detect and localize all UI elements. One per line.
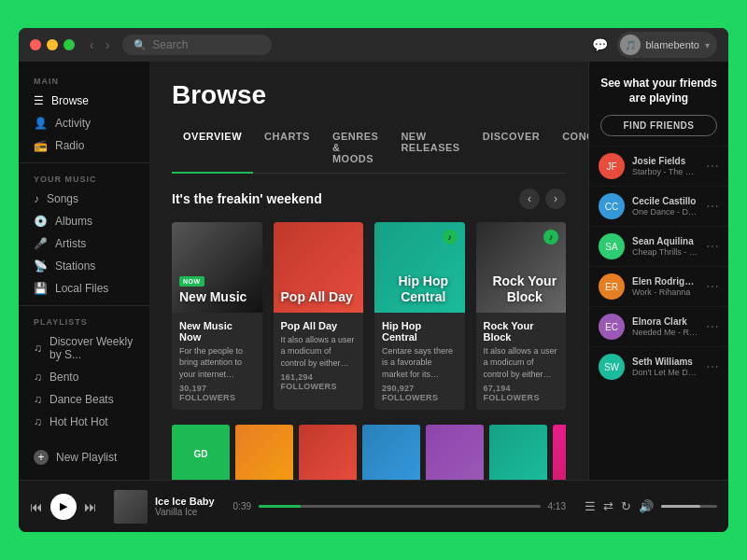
minimize-button[interactable] bbox=[47, 39, 58, 50]
friend-item-2[interactable]: SA Sean Aquilina Cheap Thrills - Sia ⋯ bbox=[589, 226, 728, 266]
forward-button[interactable]: › bbox=[102, 35, 114, 54]
stations-icon: 📡 bbox=[34, 259, 48, 273]
sidebar-item-local[interactable]: 💾 Local Files bbox=[19, 277, 149, 300]
sidebar-item-artists[interactable]: 🎤 Artists bbox=[19, 232, 149, 255]
inbox-icon[interactable]: 💬 bbox=[592, 37, 608, 52]
songs-icon: ♪ bbox=[34, 192, 39, 205]
queue-icon[interactable]: ☰ bbox=[585, 499, 596, 513]
sidebar-item-playlist-3[interactable]: ♫ Hot Hot Hot bbox=[19, 411, 149, 433]
friend-more-icon-0[interactable]: ⋯ bbox=[706, 159, 719, 174]
user-area[interactable]: 🎵 blamebento ▾ bbox=[617, 32, 718, 58]
chevron-down-icon: ▾ bbox=[705, 40, 710, 50]
next-track-button[interactable]: ⏭ bbox=[84, 499, 97, 514]
thumbnail-2[interactable] bbox=[299, 425, 357, 480]
friend-info-1: Cecile Castillo One Dance - Drake bbox=[632, 196, 698, 217]
playlist-image-2: ♪ Hip Hop Central bbox=[374, 222, 465, 313]
sidebar-item-albums[interactable]: 💿 Albums bbox=[19, 210, 149, 232]
now-playing-thumb bbox=[114, 490, 148, 524]
playlist-card-1[interactable]: Pop All Day Pop All Day It also allows a… bbox=[274, 222, 364, 410]
sidebar-item-activity[interactable]: 👤 Activity bbox=[19, 112, 149, 134]
friend-name-4: Elnora Clark bbox=[632, 316, 698, 327]
friend-name-3: Elen Rodriguez bbox=[632, 276, 698, 287]
tab-concerts[interactable]: CONCERTS bbox=[551, 123, 588, 174]
title-bar-right: 💬 🎵 blamebento ▾ bbox=[592, 32, 718, 58]
friend-item-1[interactable]: CC Cecile Castillo One Dance - Drake ⋯ bbox=[589, 186, 728, 226]
browse-icon: ☰ bbox=[34, 94, 44, 107]
playlist-desc-3: It also allows a user a modicum of contr… bbox=[484, 345, 559, 381]
playlist-image-0: New Music NOW bbox=[172, 222, 262, 313]
friend-info-0: Josie Fields Starboy - The Weeknd bbox=[632, 156, 698, 176]
tab-charts[interactable]: CHARTS bbox=[253, 123, 321, 174]
friend-more-icon-5[interactable]: ⋯ bbox=[706, 359, 719, 374]
playlist-desc-1: It also allows a user a modicum of contr… bbox=[281, 334, 357, 370]
playlist-card-3[interactable]: ♪ Rock Your Block Rock Your Block It als… bbox=[476, 222, 567, 410]
new-playlist-button[interactable]: + New Playlist bbox=[19, 444, 149, 470]
sidebar-item-playlist-2[interactable]: ♫ Dance Beats bbox=[19, 388, 149, 411]
find-friends-button[interactable]: FIND FRIENDS bbox=[600, 115, 717, 136]
playlist-followers-3: 67,194 FOLLOWERS bbox=[484, 384, 559, 402]
sidebar-playlists-label: PLAYLISTS bbox=[19, 312, 149, 330]
next-button[interactable]: › bbox=[545, 189, 566, 209]
friend-track-0: Starboy - The Weeknd bbox=[632, 167, 698, 176]
tab-overview[interactable]: OVERVIEW bbox=[172, 123, 253, 174]
prev-button[interactable]: ‹ bbox=[519, 189, 540, 209]
friend-more-icon-4[interactable]: ⋯ bbox=[706, 319, 719, 334]
time-elapsed: 0:39 bbox=[233, 501, 251, 511]
friend-item-5[interactable]: SW Seth Williams Don't Let Me Down ⋯ bbox=[589, 346, 728, 386]
sidebar-item-playlist-1[interactable]: ♫ Bento bbox=[19, 366, 149, 388]
close-button[interactable] bbox=[30, 39, 41, 50]
friend-item-4[interactable]: EC Elnora Clark Needed Me - Rihanna ⋯ bbox=[589, 306, 728, 346]
playlist-icon: ♫ bbox=[34, 415, 42, 428]
friend-item-0[interactable]: JF Josie Fields Starboy - The Weeknd ⋯ bbox=[589, 146, 728, 186]
friend-more-icon-3[interactable]: ⋯ bbox=[706, 279, 719, 294]
thumbnail-0[interactable]: GD bbox=[172, 425, 230, 480]
tab-new-releases[interactable]: NEW RELEASES bbox=[389, 123, 471, 174]
tab-discover[interactable]: DISCOVER bbox=[472, 123, 551, 174]
thumbnail-3[interactable] bbox=[362, 425, 420, 480]
volume-bar[interactable] bbox=[661, 505, 717, 508]
friend-item-3[interactable]: ER Elen Rodriguez Work - Rihanna ⋯ bbox=[589, 266, 728, 306]
friend-info-5: Seth Williams Don't Let Me Down bbox=[632, 357, 698, 377]
new-badge-0: NOW bbox=[179, 276, 204, 287]
thumbnail-5[interactable] bbox=[489, 425, 547, 480]
friend-more-icon-2[interactable]: ⋯ bbox=[706, 239, 719, 254]
sidebar-main-label: MAIN bbox=[19, 71, 149, 90]
sidebar-item-playlist-0[interactable]: ♫ Discover Weekly by S... bbox=[19, 330, 149, 366]
search-input[interactable] bbox=[152, 38, 264, 51]
progress-bar[interactable] bbox=[259, 505, 540, 508]
section-title: It's the freakin' weekend bbox=[172, 191, 322, 206]
sidebar-divider-2 bbox=[19, 305, 149, 306]
playlist-card-2[interactable]: ♪ Hip Hop Central Hip Hop Central Centar… bbox=[374, 222, 465, 410]
activity-icon: 👤 bbox=[34, 117, 48, 130]
playlist-card-0[interactable]: New Music NOW New Music Now For the peop… bbox=[172, 222, 262, 410]
repeat-icon[interactable]: ↻ bbox=[621, 499, 631, 513]
play-pause-button[interactable]: ▶ bbox=[50, 494, 77, 520]
back-button[interactable]: ‹ bbox=[86, 35, 98, 54]
app-window: ‹ › 🔍 💬 🎵 blamebento ▾ MAIN ☰ Browse � bbox=[19, 28, 728, 532]
sidebar-item-radio[interactable]: 📻 Radio bbox=[19, 134, 149, 157]
tab-genres[interactable]: GENRES & MOODS bbox=[321, 123, 389, 174]
sidebar-divider-1 bbox=[19, 162, 149, 163]
overlay-text-2: Hip Hop Central bbox=[382, 273, 465, 305]
maximize-button[interactable] bbox=[63, 39, 75, 50]
thumbnail-1[interactable] bbox=[235, 425, 293, 480]
friend-info-2: Sean Aquilina Cheap Thrills - Sia bbox=[632, 236, 698, 257]
prev-track-button[interactable]: ⏮ bbox=[30, 499, 43, 514]
friend-avatar-3: ER bbox=[599, 273, 625, 300]
shuffle-icon[interactable]: ⇄ bbox=[603, 499, 613, 513]
overlay-text-0: New Music bbox=[179, 289, 247, 305]
friend-name-5: Seth Williams bbox=[632, 357, 698, 367]
thumbnail-6[interactable] bbox=[553, 425, 566, 480]
playlist-info-3: Rock Your Block It also allows a user a … bbox=[476, 313, 567, 411]
sidebar-item-browse[interactable]: ☰ Browse bbox=[19, 90, 149, 112]
playlist-desc-0: For the people to bring attention to you… bbox=[179, 345, 255, 381]
search-bar[interactable]: 🔍 bbox=[122, 35, 272, 55]
sidebar-item-stations[interactable]: 📡 Stations bbox=[19, 255, 149, 277]
sidebar-item-songs[interactable]: ♪ Songs bbox=[19, 188, 149, 210]
nav-arrows: ‹ › bbox=[86, 35, 113, 54]
thumbnail-4[interactable] bbox=[426, 425, 484, 480]
volume-icon: 🔊 bbox=[639, 499, 654, 513]
spotify-logo-3: ♪ bbox=[543, 230, 558, 245]
now-playing: Ice Ice Baby Vanilla Ice bbox=[114, 490, 215, 524]
friend-more-icon-1[interactable]: ⋯ bbox=[706, 199, 719, 214]
